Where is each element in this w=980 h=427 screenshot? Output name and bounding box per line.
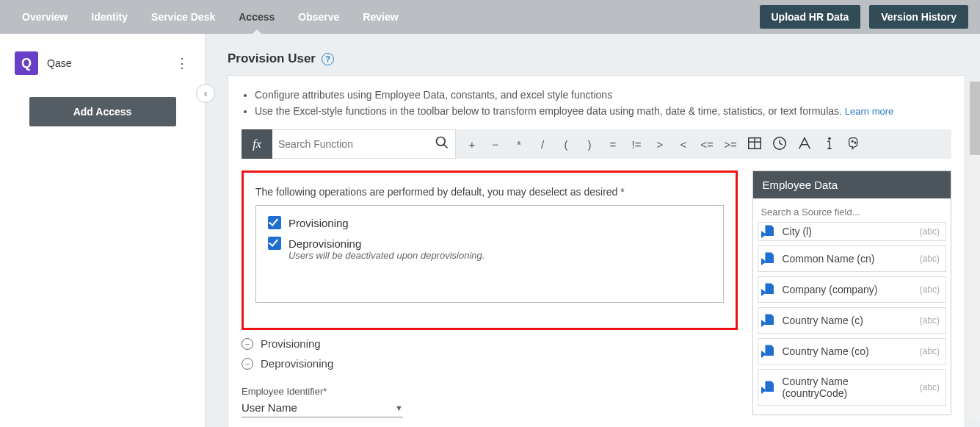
chevron-down-icon: ▼ [395, 403, 403, 412]
upload-hr-data-button[interactable]: Upload HR Data [760, 5, 861, 29]
sidebar: Q Qase ⋮ Add Access ‹ [0, 34, 206, 427]
field-icon [763, 252, 774, 265]
field-country-co[interactable]: Country Name (co) (abc) [758, 338, 946, 365]
checkbox-deprovisioning-label: Deprovisioning [288, 237, 361, 250]
deprovisioning-note: Users will be deactivated upon deprovisi… [288, 250, 711, 261]
checkbox-deprovisioning[interactable] [268, 237, 281, 250]
employee-data-search-input[interactable] [761, 207, 943, 218]
fx-operators: + − * / ( ) = != > < <= >= [456, 129, 951, 159]
checkbox-provisioning[interactable] [268, 216, 281, 229]
op-neq[interactable]: != [626, 138, 647, 151]
kebab-menu-icon[interactable]: ⋮ [174, 55, 190, 71]
main-content: Provision User ? Configure attributes us… [206, 34, 980, 427]
app-icon: Q [15, 51, 38, 75]
learn-more-link[interactable]: Learn more [845, 106, 893, 117]
tab-overview[interactable]: Overview [12, 0, 78, 34]
field-label: Country Name (co) [782, 345, 868, 357]
checkbox-provisioning-row: Provisioning [268, 216, 711, 229]
field-type: (abc) [920, 284, 940, 295]
collapse-icon[interactable]: − [242, 358, 253, 370]
scrollbar[interactable] [970, 82, 980, 420]
version-history-button[interactable]: Version History [869, 5, 968, 29]
field-icon [763, 345, 774, 358]
function-toolbar: fx + − * / ( ) = != > < [242, 129, 951, 159]
app-row[interactable]: Q Qase ⋮ [12, 49, 193, 90]
table-icon[interactable] [744, 135, 766, 154]
field-country-code[interactable]: Country Name (countryCode) (abc) [758, 369, 946, 406]
field-city[interactable]: City (l) (abc) [758, 222, 946, 241]
section-provisioning[interactable]: − Provisioning [242, 337, 738, 350]
field-label: Company (company) [782, 284, 877, 295]
op-plus[interactable]: + [462, 138, 482, 151]
section-deprovisioning-label: Deprovisioning [261, 357, 333, 370]
op-eq[interactable]: = [603, 138, 623, 151]
field-icon [763, 225, 774, 238]
text-icon[interactable] [794, 135, 816, 154]
field-icon [763, 283, 774, 296]
svg-point-0 [437, 137, 446, 146]
info-icon[interactable] [819, 135, 841, 154]
tab-service-desk[interactable]: Service Desk [141, 0, 225, 34]
operations-panel: Provisioning Deprovisioning Users will b… [255, 205, 724, 303]
topbar-actions: Upload HR Data Version History [760, 5, 969, 29]
op-div[interactable]: / [532, 138, 553, 151]
field-label: City (l) [782, 226, 811, 237]
collapse-icon[interactable]: − [242, 338, 253, 350]
field-type: (abc) [920, 346, 940, 356]
op-gte[interactable]: >= [720, 138, 741, 151]
help-icon[interactable]: ? [322, 53, 334, 65]
nav-tabs: Overview Identity Service Desk Access Ob… [12, 0, 409, 34]
operations-highlight: The following operations are performed b… [242, 171, 738, 330]
employee-data-title: Employee Data [753, 171, 951, 198]
tab-review[interactable]: Review [352, 0, 408, 34]
field-icon [763, 314, 774, 327]
page-title: Provision User [228, 51, 316, 66]
scrollbar-thumb[interactable] [970, 82, 980, 155]
fx-search-input[interactable] [278, 138, 435, 150]
op-lte[interactable]: <= [697, 138, 717, 151]
svg-point-13 [854, 142, 856, 143]
field-label: Common Name (cn) [782, 253, 874, 265]
svg-point-8 [829, 137, 830, 139]
field-label: Country Name (c) [782, 315, 863, 326]
op-lt[interactable]: < [673, 138, 694, 151]
svg-line-1 [444, 144, 448, 148]
operations-header: The following operations are performed b… [255, 186, 724, 198]
svg-line-7 [780, 143, 783, 145]
employee-data-panel: Employee Data City (l) (abc) [752, 171, 951, 415]
field-country-c[interactable]: Country Name (c) (abc) [758, 307, 946, 334]
op-minus[interactable]: − [485, 138, 506, 151]
section-provisioning-label: Provisioning [261, 337, 321, 350]
field-type: (abc) [920, 382, 940, 392]
field-company[interactable]: Company (company) (abc) [758, 276, 946, 303]
field-type: (abc) [920, 315, 940, 326]
search-icon[interactable] [435, 135, 449, 154]
section-deprovisioning[interactable]: − Deprovisioning [242, 357, 738, 370]
employee-data-search[interactable] [753, 198, 951, 222]
field-label: Country Name (countryCode) [782, 376, 912, 399]
checkbox-provisioning-label: Provisioning [288, 217, 349, 229]
op-lparen[interactable]: ( [556, 138, 576, 151]
clock-icon[interactable] [769, 135, 791, 154]
employee-identifier-select[interactable]: User Name ▼ [242, 397, 403, 417]
fx-search-box[interactable] [272, 129, 456, 159]
tab-access[interactable]: Access [228, 0, 285, 34]
fx-label: fx [242, 129, 272, 159]
field-common-name[interactable]: Common Name (cn) (abc) [758, 245, 946, 272]
app-name: Qase [47, 57, 165, 69]
brain-icon[interactable] [843, 135, 865, 154]
op-gt[interactable]: > [650, 138, 670, 151]
svg-point-12 [852, 140, 853, 142]
employee-field-list: City (l) (abc) Common Name (cn) (abc) Co… [753, 222, 951, 415]
top-nav: Overview Identity Service Desk Access Ob… [0, 0, 980, 34]
config-card: Configure attributes using Employee Data… [228, 75, 965, 427]
checkbox-deprovisioning-row: Deprovisioning [268, 237, 711, 250]
tab-identity[interactable]: Identity [81, 0, 138, 34]
tab-observe[interactable]: Observe [288, 0, 349, 34]
op-rparen[interactable]: ) [579, 138, 600, 151]
op-mult[interactable]: * [509, 138, 529, 151]
add-access-button[interactable]: Add Access [29, 97, 176, 126]
field-type: (abc) [920, 254, 940, 264]
employee-identifier-value: User Name [242, 401, 297, 414]
instruction-item: Configure attributes using Employee Data… [255, 87, 951, 104]
